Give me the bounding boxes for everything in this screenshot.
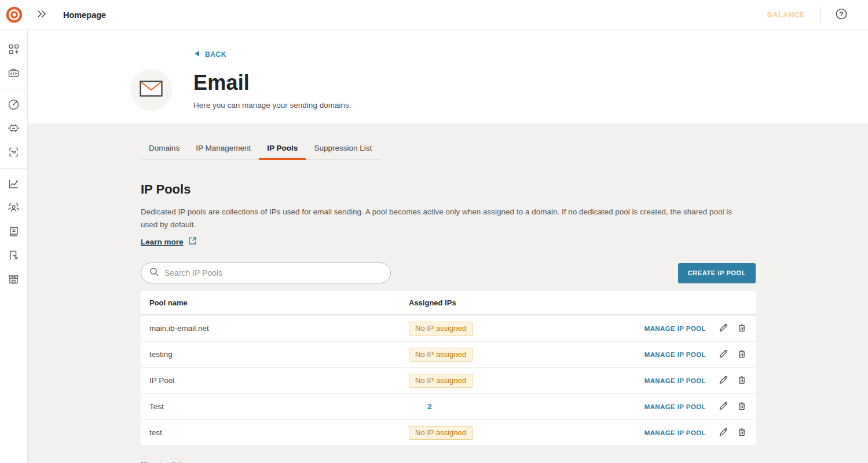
search-input[interactable]: [164, 268, 384, 278]
back-link[interactable]: BACK: [195, 50, 226, 59]
table-toolbar: CREATE IP POOL: [141, 263, 756, 283]
delete-pool-button[interactable]: [737, 400, 747, 413]
row-actions: MANAGE IP POOL: [644, 348, 747, 361]
pool-name-cell: test: [149, 428, 409, 437]
pencil-icon: [718, 400, 729, 413]
flag-cursor-icon[interactable]: [8, 249, 20, 261]
target-icon[interactable]: [8, 99, 20, 111]
section-description: Dedicated IP pools are collections of IP…: [141, 206, 750, 231]
svg-text:*#: *#: [11, 150, 16, 155]
table-row: main.ib-email.net No IP assigned MANAGE …: [141, 316, 756, 341]
topbar-right: BALANCE ?: [767, 7, 868, 23]
sidebar-divider: [0, 168, 28, 169]
table-row: IP Pool No IP assigned MANAGE IP POOL: [141, 368, 756, 393]
topbar: Homepage BALANCE ?: [0, 0, 868, 30]
no-ip-assigned-badge: No IP assigned: [409, 348, 473, 362]
edit-pool-button[interactable]: [718, 348, 729, 361]
page-subtitle: Here you can manage your sending domains…: [193, 101, 351, 110]
tab-ip-pools[interactable]: IP Pools: [259, 139, 306, 160]
column-assigned-ips: Assigned IPs: [409, 298, 747, 307]
delete-pool-button[interactable]: [737, 374, 747, 387]
assigned-ip-count-link[interactable]: 2: [427, 402, 644, 411]
tabs: DomainsIP ManagementIP PoolsSuppression …: [141, 139, 380, 160]
tab-domains[interactable]: Domains: [141, 139, 188, 160]
no-ip-assigned-badge: No IP assigned: [409, 374, 473, 388]
pool-name-cell: testing: [149, 350, 409, 359]
edit-pool-button[interactable]: [718, 400, 729, 413]
create-ip-pool-button[interactable]: CREATE IP POOL: [678, 263, 756, 283]
people-icon[interactable]: [8, 202, 20, 214]
row-actions: MANAGE IP POOL: [644, 400, 747, 413]
manage-ip-pool-link[interactable]: MANAGE IP POOL: [644, 429, 706, 436]
code-case-icon[interactable]: [8, 67, 20, 79]
edit-pool-button[interactable]: [718, 426, 729, 439]
no-ip-assigned-badge: No IP assigned: [409, 426, 473, 440]
table-row: test No IP assigned MANAGE IP POOL: [141, 420, 756, 445]
book-icon[interactable]: [8, 225, 20, 238]
delete-pool-button[interactable]: [737, 348, 747, 361]
trash-icon: [737, 400, 747, 413]
robot-icon[interactable]: [8, 122, 20, 134]
pool-name-cell: Test: [149, 402, 409, 411]
section-title: IP Pools: [141, 182, 868, 197]
row-actions: MANAGE IP POOL: [644, 426, 747, 439]
sidebar-expand-button[interactable]: [36, 9, 47, 21]
edit-pool-button[interactable]: [718, 374, 729, 387]
column-pool-name: Pool name: [149, 298, 409, 307]
help-icon: ?: [836, 8, 847, 21]
manage-ip-pool-link[interactable]: MANAGE IP POOL: [644, 325, 706, 332]
no-ip-assigned-badge: No IP assigned: [409, 322, 473, 336]
main-area: BACK Email Here you can manage your send…: [28, 30, 868, 463]
learn-more-label: Learn more: [141, 238, 184, 246]
manage-ip-pool-link[interactable]: MANAGE IP POOL: [644, 351, 706, 358]
manage-ip-pool-link[interactable]: MANAGE IP POOL: [644, 377, 706, 384]
ip-pools-table: Pool name Assigned IPs main.ib-email.net…: [141, 291, 756, 445]
pool-name-cell: main.ib-email.net: [149, 324, 409, 333]
pencil-icon: [718, 322, 729, 335]
pencil-icon: [718, 348, 729, 361]
table-body: main.ib-email.net No IP assigned MANAGE …: [141, 316, 756, 445]
topbar-title: Homepage: [63, 10, 106, 20]
table-header: Pool name Assigned IPs: [141, 291, 756, 315]
delete-pool-button[interactable]: [737, 426, 747, 439]
line-chart-icon[interactable]: [8, 178, 20, 190]
pencil-icon: [718, 374, 729, 387]
trash-icon: [737, 374, 747, 387]
row-actions: MANAGE IP POOL: [644, 322, 747, 335]
sidebar: *#: [0, 30, 28, 463]
edit-pool-button[interactable]: [718, 322, 729, 335]
tab-suppression-list[interactable]: Suppression List: [306, 139, 380, 160]
double-chevron-right-icon: [36, 9, 47, 21]
tab-ip-management[interactable]: IP Management: [188, 139, 259, 160]
balance-link[interactable]: BALANCE: [767, 11, 805, 19]
manage-ip-pool-link[interactable]: MANAGE IP POOL: [644, 403, 706, 410]
keypad-icon[interactable]: *#: [8, 146, 20, 158]
row-actions: MANAGE IP POOL: [644, 374, 747, 387]
search-icon: [149, 267, 159, 279]
table-footer: Showing 5 items: [141, 460, 868, 463]
sidebar-divider: [0, 89, 28, 89]
back-arrow-icon: [195, 50, 200, 59]
table-row: Test 2 MANAGE IP POOL: [141, 394, 756, 419]
trash-icon: [737, 426, 747, 439]
delete-pool-button[interactable]: [737, 322, 747, 335]
trash-icon: [737, 348, 747, 361]
back-label: BACK: [205, 50, 226, 59]
table-row: testing No IP assigned MANAGE IP POOL: [141, 342, 756, 367]
svg-text:?: ?: [840, 10, 844, 17]
app-window: Homepage BALANCE ?: [0, 0, 868, 463]
trash-icon: [737, 322, 747, 335]
page-header: BACK Email Here you can manage your send…: [28, 30, 868, 123]
page-title: Email: [193, 71, 351, 95]
pencil-icon: [718, 426, 729, 439]
infobip-logo[interactable]: [0, 6, 28, 23]
help-button[interactable]: ?: [836, 8, 847, 21]
content-area: DomainsIP ManagementIP PoolsSuppression …: [28, 123, 868, 463]
envelope-icon: [140, 81, 163, 99]
grid-plus-icon[interactable]: [8, 43, 20, 55]
learn-more-link[interactable]: Learn more: [141, 236, 197, 247]
storefront-icon[interactable]: [8, 273, 20, 285]
pool-name-cell: IP Pool: [149, 376, 409, 385]
search-box[interactable]: [141, 263, 391, 283]
external-link-icon: [188, 236, 197, 247]
